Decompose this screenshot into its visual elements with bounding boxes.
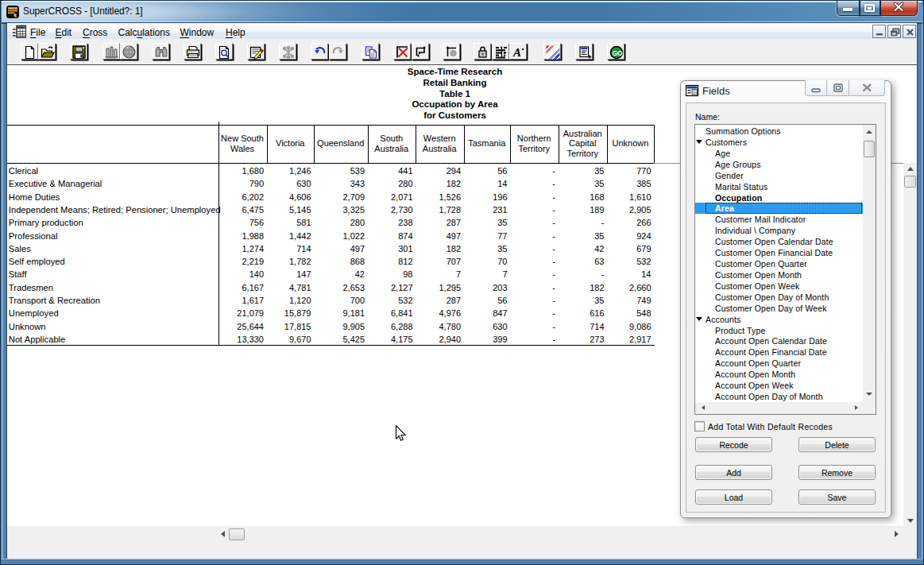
svg-text:GO: GO xyxy=(612,48,623,56)
svg-text:A: A xyxy=(512,46,521,59)
